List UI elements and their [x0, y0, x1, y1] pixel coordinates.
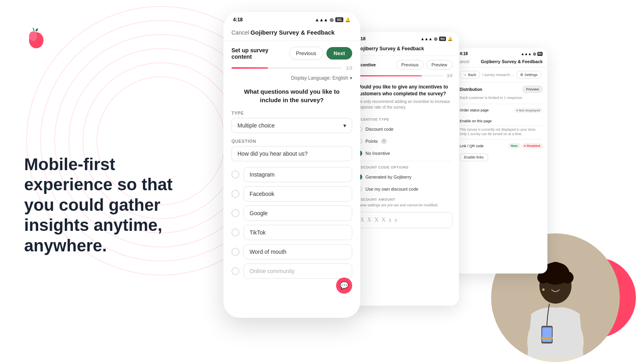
- chevron-down-icon: ▾: [343, 122, 346, 129]
- language-text: Display Language: English: [291, 75, 348, 81]
- radio-word-of-mouth[interactable]: [231, 248, 239, 256]
- svg-point-1: [29, 31, 37, 41]
- language-selector[interactable]: Display Language: English ▾: [223, 72, 360, 84]
- not-displayed-badge: ● Not displayed: [514, 108, 543, 113]
- link-qr-row: Link / QR code New ● Disabled: [460, 141, 543, 150]
- step-label: Set up survey content: [231, 47, 289, 60]
- panel-signal: ▲▲▲: [421, 37, 433, 41]
- right-icons: ▲▲▲ ◎ 5G: [521, 52, 543, 56]
- link-badges: New ● Disabled: [508, 143, 543, 148]
- panel-preview-button[interactable]: Preview: [426, 60, 452, 70]
- right-breadcrumb: ← Back / survey research ... ⚙ Settings: [455, 68, 547, 82]
- form-section: TYPE Multiple choice ▾ QUESTION How did …: [223, 111, 360, 279]
- radio-facebook[interactable]: [231, 190, 239, 198]
- progress-track: [231, 67, 342, 69]
- panel-wifi: ◎: [434, 37, 438, 41]
- divider-3: [460, 139, 543, 140]
- panel-status-icons: ▲▲▲ ◎ 5G 🔔: [421, 37, 452, 41]
- panel-option-discount[interactable]: Discount code: [350, 123, 459, 135]
- phone-title: Gojiberry Survey & Feedback: [250, 29, 334, 36]
- enable-label: Enable on this page: [460, 119, 492, 123]
- back-arrow-icon: ←: [463, 73, 467, 77]
- section-header-row: Distribution Preview: [460, 86, 543, 93]
- option-google[interactable]: Google: [244, 206, 352, 221]
- svg-point-15: [550, 262, 561, 273]
- signature-display: X X X X x x: [357, 212, 452, 228]
- discount-label: Discount code: [365, 127, 394, 132]
- next-button[interactable]: Next: [326, 47, 352, 60]
- previous-button[interactable]: Previous: [289, 47, 323, 60]
- panel-section-title: INCENTIVE TYPE: [350, 115, 459, 123]
- list-item: Facebook: [231, 186, 352, 202]
- battery-icon: 5G: [335, 17, 343, 22]
- time: 4:18: [233, 17, 243, 23]
- right-header: ancel Gojiberry Survey & Feedback: [455, 58, 547, 68]
- enable-links-row: Enable links: [460, 153, 543, 161]
- type-label: TYPE: [231, 111, 352, 115]
- right-time: 4:18: [460, 51, 468, 56]
- settings-button[interactable]: ⚙ Settings: [516, 71, 541, 79]
- back-label: Back: [468, 73, 476, 77]
- right-status-bar: 4:18 ▲▲▲ ◎ 5G: [455, 48, 547, 58]
- panel-question: Would you like to give any incentives to…: [350, 80, 459, 99]
- enable-links-button[interactable]: Enable links: [460, 153, 488, 161]
- progress-bar: 1/3: [223, 66, 360, 72]
- panel-progress-label: 3/4: [447, 74, 452, 78]
- section-label: Distribution: [460, 87, 482, 92]
- gear-icon: ⚙: [520, 73, 523, 77]
- panel-step-header: Incentive Previous Preview: [350, 56, 459, 74]
- panel-title: Gojiberry Survey & Feedback: [357, 46, 452, 51]
- radio-instagram[interactable]: [231, 171, 239, 179]
- panel-option-no-incentive[interactable]: No Incentive: [350, 147, 459, 159]
- svg-point-9: [542, 288, 545, 291]
- wifi-icon: ◎: [330, 17, 334, 23]
- option-word-of-mouth[interactable]: Word of mouth: [244, 244, 352, 259]
- signature-area: X X X X x x: [350, 207, 459, 233]
- discount-amount-section: DISCOUNT AMOUNT: [350, 195, 459, 203]
- no-incentive-label: No Incentive: [365, 151, 390, 156]
- type-select[interactable]: Multiple choice ▾: [231, 118, 352, 133]
- own-code-option[interactable]: Use my own discount code: [350, 183, 459, 195]
- breadcrumb-path: / survey research ...: [482, 73, 514, 77]
- radio-online-community[interactable]: [231, 267, 239, 275]
- signature-text: X X X X x x: [360, 217, 398, 223]
- list-item: Google: [231, 206, 352, 221]
- middle-panel: 4:18 ▲▲▲ ◎ 5G 🔔 Gojiberry Survey & Feedb…: [350, 32, 459, 306]
- panel-battery: 5G: [439, 37, 446, 41]
- signal-icon: ▲▲▲: [315, 17, 328, 22]
- right-cancel: ancel: [460, 60, 469, 64]
- chat-fab-button[interactable]: 💬: [336, 278, 352, 294]
- option-tiktok[interactable]: TikTok: [244, 225, 352, 240]
- settings-label: Settings: [524, 73, 538, 77]
- panel-option-points[interactable]: Points ?: [350, 135, 459, 147]
- back-button[interactable]: ← Back: [460, 71, 480, 79]
- generated-option[interactable]: Generated by Gojiberry: [350, 171, 459, 183]
- question-input[interactable]: How did you hear about us?: [231, 146, 352, 161]
- question-label: QUESTION: [231, 139, 352, 144]
- right-title: Gojiberry Survey & Feedback: [481, 59, 543, 64]
- progress-label: 1/3: [346, 66, 352, 70]
- order-status-label: Order status page: [460, 108, 489, 112]
- disabled-badge: ● Disabled: [522, 143, 543, 148]
- option-instagram[interactable]: Instagram: [244, 167, 352, 182]
- list-item: Instagram: [231, 167, 352, 182]
- panel-status-bar: 4:18 ▲▲▲ ◎ 5G 🔔: [350, 32, 459, 43]
- new-badge: New: [508, 143, 520, 148]
- panel-notif: 🔔: [448, 37, 452, 41]
- panel-progress-fill: [357, 75, 422, 76]
- panel-prev-button[interactable]: Previous: [396, 60, 424, 70]
- radio-google[interactable]: [231, 209, 239, 217]
- cancel-button[interactable]: Cancel: [231, 29, 249, 36]
- step-nav: Previous Next: [289, 47, 352, 60]
- radio-tiktok[interactable]: [231, 228, 239, 237]
- option-facebook[interactable]: Facebook: [244, 186, 352, 202]
- main-phone: 4:18 ▲▲▲ ◎ 5G 🔔 Cancel Gojiberry Survey …: [223, 12, 360, 318]
- status-icons: ▲▲▲ ◎ 5G 🔔: [315, 17, 351, 23]
- list-item: Online community: [231, 263, 352, 279]
- right-preview-button[interactable]: Preview: [522, 86, 543, 93]
- notification-icon: 🔔: [345, 17, 351, 23]
- svg-point-12: [561, 272, 574, 284]
- points-label: Points: [365, 139, 378, 144]
- right-wifi: ◎: [533, 52, 536, 56]
- option-online-community[interactable]: Online community: [244, 263, 352, 279]
